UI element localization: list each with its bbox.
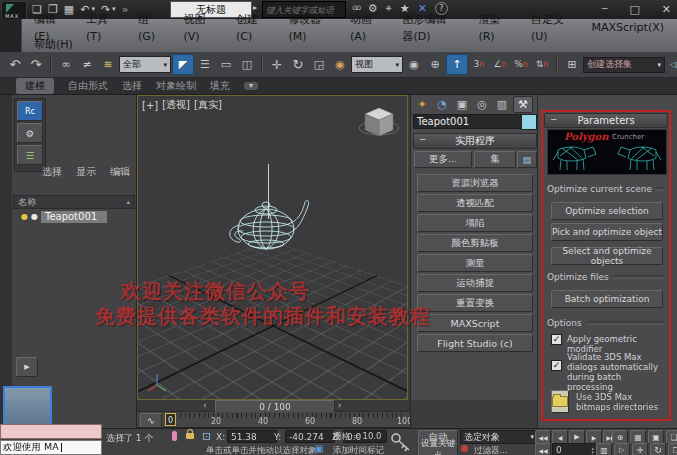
utility-measure-button[interactable]: 测量 — [417, 254, 533, 272]
utility-color-clipboard-button[interactable]: 颜色剪贴板 — [417, 234, 533, 252]
previous-frame-step-button[interactable]: ◀◀ — [535, 443, 551, 455]
viewport-pov-menu[interactable]: [透视] — [162, 98, 190, 112]
configure-utilities-button[interactable]: ▤ — [517, 151, 537, 168]
next-frame-button[interactable]: ▶ — [586, 430, 602, 444]
key-filter-icon[interactable] — [461, 445, 468, 452]
modify-tab-icon[interactable]: ◔ — [433, 97, 451, 112]
placement-icon[interactable]: ◉ — [330, 55, 350, 74]
select-manipulate-button[interactable]: ↑ — [446, 54, 468, 75]
object-name-field[interactable]: Teapot001 — [413, 114, 525, 129]
object-color-swatch[interactable] — [521, 114, 537, 130]
workspace-switcher[interactable] — [0, 19, 22, 52]
field-of-view-button[interactable]: ▷ — [614, 443, 630, 455]
bitmaps-folder-button[interactable] — [551, 390, 569, 413]
spinner-down-icon[interactable]: ▾ — [591, 450, 594, 454]
undo-toolbar-icon[interactable]: ↶ — [5, 55, 25, 74]
select-move-icon[interactable]: ✛ — [267, 55, 287, 74]
minimize-button[interactable]: ─ — [602, 5, 607, 14]
maxscript-listener-line[interactable]: 欢迎使用 MA — [0, 440, 102, 455]
time-slider-track[interactable]: ‹ 0 / 100 › — [137, 400, 410, 412]
ribbon-tab-selection[interactable]: 选择 — [122, 79, 142, 93]
display-tab-icon[interactable]: ▥ — [493, 97, 511, 112]
named-selection-sets-dropdown[interactable]: 创建选择集 ▾ — [583, 57, 665, 73]
selection-lock-pin-icon[interactable] — [172, 431, 177, 441]
utility-sets-button[interactable]: 集 — [474, 151, 516, 168]
track-bar[interactable]: ∿ 20 40 60 80 100 0 — [137, 412, 410, 428]
utilities-tab-icon[interactable]: ⚒ — [513, 96, 533, 113]
viewport-general-menu[interactable]: [+] — [142, 100, 158, 111]
redo-toolbar-icon[interactable]: ↷ — [26, 55, 46, 74]
visibility-bulb-icon[interactable]: ● — [21, 213, 28, 221]
explorer-list-view-button[interactable]: ☰ — [17, 145, 43, 165]
more-utilities-button[interactable]: 更多... — [414, 151, 472, 168]
y-coord-field[interactable]: -40.274 — [285, 430, 335, 443]
isolate-selection-icon[interactable]: ▣ — [314, 444, 323, 454]
explorer-object-row[interactable]: ● ● Teapot001 — [13, 210, 135, 224]
time-slider-next-icon[interactable]: › — [338, 401, 342, 410]
menu-create[interactable]: 创建(C) — [223, 11, 276, 45]
apply-modifier-checkbox[interactable]: ✓ — [551, 334, 562, 345]
explorer-tools-button[interactable]: ⚙ — [17, 123, 43, 143]
key-mode-toggle-button[interactable]: ▦ — [630, 430, 646, 444]
menu-modifiers[interactable]: 修改器(M) — [276, 11, 337, 45]
teapot-object[interactable] — [211, 181, 331, 271]
viewport-shading-menu[interactable]: [真实] — [194, 98, 222, 112]
perspective-viewport[interactable]: [+] [透视] [真实] — [137, 95, 408, 400]
go-to-start-button[interactable]: ◀◀ — [535, 430, 551, 444]
ribbon-tab-object-paint[interactable]: 对象绘制 — [156, 79, 196, 93]
previous-frame-button[interactable]: ◀ — [552, 430, 568, 444]
select-link-icon[interactable]: ∞ — [56, 55, 76, 74]
reference-coordinate-dropdown[interactable]: 视图 ▾ — [351, 56, 403, 73]
batch-optimization-button[interactable]: Batch optimization — [551, 290, 663, 308]
snap-toggle-3d-icon[interactable]: 3n — [469, 55, 489, 74]
explorer-display-mode-button[interactable]: Rc — [17, 101, 43, 121]
angle-snap-icon[interactable]: ∠n — [490, 55, 510, 74]
select-and-optimize-button[interactable]: Select and optimize objects — [551, 247, 663, 265]
maximize-button[interactable]: □ — [629, 4, 639, 15]
x-coord-field[interactable]: 51.38 — [227, 430, 277, 443]
explorer-name-header[interactable]: 名称 ▴ — [13, 195, 135, 209]
set-key-button[interactable]: 设置关键点 — [418, 443, 458, 455]
unlink-icon[interactable]: ≠ — [77, 55, 97, 74]
optimize-selection-button[interactable]: Optimize selection — [551, 202, 663, 220]
maximize-viewport-button[interactable]: ❒ — [668, 443, 677, 455]
bind-spacewarp-icon[interactable]: ≋ — [98, 55, 118, 74]
pick-and-optimize-button[interactable]: Pick and optimize object — [551, 223, 663, 241]
time-slider-prev-icon[interactable]: ‹ — [203, 401, 207, 410]
zoom-extents-button[interactable]: ▥ — [596, 443, 612, 455]
utility-flight-studio-button[interactable]: Flight Studio (c) — [417, 334, 533, 352]
menu-group[interactable]: 组(G) — [125, 11, 171, 45]
create-tab-icon[interactable]: ✦ — [413, 97, 431, 112]
bitmaps-directories-option[interactable]: Use 3DS Max bitmaps directories — [551, 390, 665, 413]
viewcube[interactable] — [355, 98, 403, 146]
selection-set-dropdown[interactable]: 选定对象 ▾ — [460, 430, 538, 444]
explorer-tab-display[interactable]: 显示 — [76, 165, 96, 179]
ribbon-tab-freeform[interactable]: 自由形式 — [68, 79, 108, 93]
add-time-tag[interactable]: 添加时间标记 — [333, 445, 384, 455]
menu-views[interactable]: 视图(V) — [170, 11, 222, 45]
ribbon-tab-populate[interactable]: 填充 — [210, 79, 230, 93]
mirror-icon[interactable]: ◁▷ — [666, 55, 677, 74]
select-object-button[interactable]: ◤ — [172, 54, 194, 75]
layer-toggle-button[interactable]: ❏ — [666, 430, 677, 444]
orbit-button[interactable]: ↻ — [650, 443, 666, 455]
explorer-tab-edit[interactable]: 编辑 — [110, 165, 130, 179]
hierarchy-tab-icon[interactable]: ▣ — [453, 97, 471, 112]
use-pivot-center-icon[interactable]: ◉ — [404, 55, 424, 74]
menu-graph-editors[interactable]: 图形编辑器(D) — [389, 11, 465, 45]
pan-view-button[interactable]: ✛ — [632, 443, 648, 455]
absolute-offset-toggle-icon[interactable]: ⊡ — [202, 431, 211, 442]
menu-help[interactable]: 帮助(H) — [21, 36, 86, 53]
dope-sheet-button[interactable]: ▣ — [648, 430, 664, 444]
selection-filter-dropdown[interactable]: 全部 ▾ — [119, 56, 171, 73]
menu-customize[interactable]: 自定义(U) — [518, 11, 578, 45]
use-selection-center-icon[interactable]: ⊕ — [425, 55, 445, 74]
set-keys-button[interactable]: ⊕ — [612, 430, 628, 444]
layout-flyout-button[interactable]: ▶ — [16, 357, 38, 377]
parameters-rollout-header[interactable]: − Parameters — [544, 113, 668, 128]
select-scale-icon[interactable]: ◲ — [309, 55, 329, 74]
auto-key-icon[interactable] — [390, 431, 412, 453]
utility-perspective-match-button[interactable]: 透视匹配 — [417, 194, 533, 212]
explorer-tab-select[interactable]: 选择 — [42, 165, 62, 179]
utilities-rollout-header[interactable]: − 实用程序 — [413, 133, 537, 149]
